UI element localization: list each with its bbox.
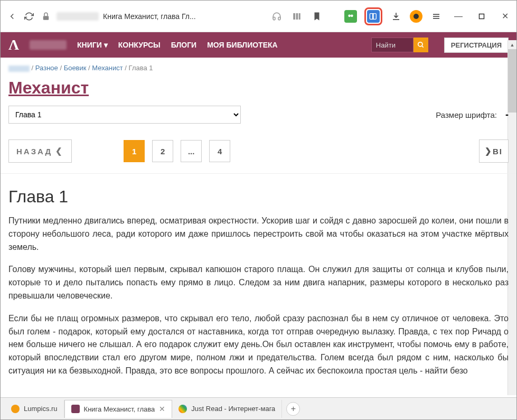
chevron-right-icon: ❯ — [485, 146, 493, 156]
page-title: Книга Механист, глава Гл... — [103, 12, 196, 21]
svg-rect-0 — [43, 16, 49, 20]
browser-tab[interactable]: Lumpics.ru — [5, 400, 64, 418]
tab-favicon-icon — [178, 405, 187, 413]
reload-button[interactable] — [23, 10, 35, 23]
caret-down-icon: ▾ — [104, 41, 108, 49]
minimize-button[interactable]: — — [452, 10, 465, 23]
svg-rect-3 — [299, 13, 300, 20]
extension-green-icon[interactable] — [344, 10, 357, 23]
tab-title: Just Read - Интернет-мага — [191, 405, 275, 413]
menu-icon[interactable] — [430, 10, 443, 23]
tab-title: Lumpics.ru — [24, 405, 58, 413]
search-button[interactable] — [413, 38, 428, 52]
extension-avatar-icon[interactable] — [410, 10, 422, 23]
svg-rect-9 — [480, 14, 484, 18]
register-button[interactable]: РЕГИСТРАЦИЯ — [444, 38, 509, 53]
breadcrumb-link[interactable]: Разное — [35, 64, 58, 72]
lock-icon — [40, 10, 52, 23]
svg-point-4 — [348, 14, 351, 17]
chapter-heading: Глава 1 — [1, 174, 516, 214]
columns-icon[interactable] — [290, 10, 303, 23]
site-logo-icon[interactable]: Λ — [8, 36, 19, 53]
toolbar-icons — [270, 7, 443, 25]
url-domain-blurred — [57, 12, 99, 21]
window-controls: — ✕ — [452, 10, 511, 23]
tab-close-icon[interactable]: ✕ — [159, 405, 165, 413]
highlighted-extension — [364, 7, 382, 25]
paragraph: Если бы не плащ огромных размеров, что с… — [1, 312, 516, 387]
paragraph: Голову мужчины, который шел первым, скры… — [1, 263, 516, 312]
page-button-ellipsis: ... — [181, 140, 202, 162]
headphones-icon[interactable] — [270, 10, 283, 23]
breadcrumb: / Разное / Боевик / Механист / Глава 1 — [1, 58, 516, 78]
page-button-4[interactable]: 4 — [209, 140, 230, 162]
tab-favicon-icon — [71, 405, 80, 413]
chapter-controls-row: Глава 1 Размер шрифта: - — [1, 106, 516, 134]
page-button-2[interactable]: 2 — [152, 140, 173, 162]
nav-library[interactable]: МОЯ БИБЛИОТЕКА — [207, 41, 277, 49]
breadcrumb-current: Глава 1 — [129, 64, 153, 72]
svg-line-11 — [422, 46, 424, 48]
breadcrumb-link[interactable]: Боевик — [64, 64, 87, 72]
search-box — [371, 38, 428, 52]
nav-contests[interactable]: КОНКУРСЫ — [118, 41, 161, 49]
page-content: / Разное / Боевик / Механист / Глава 1 М… — [1, 58, 516, 396]
back-button[interactable] — [6, 10, 18, 23]
nav-blogs[interactable]: БЛОГИ — [171, 41, 196, 49]
svg-rect-1 — [293, 13, 295, 20]
browser-tab[interactable]: Just Read - Интернет-мага — [172, 400, 282, 418]
svg-point-10 — [418, 42, 422, 46]
font-size-minus[interactable]: - — [505, 109, 509, 120]
download-icon[interactable] — [390, 10, 402, 23]
breadcrumb-root-blurred[interactable] — [8, 66, 30, 72]
nav-books[interactable]: КНИГИ ▾ — [77, 41, 108, 49]
svg-point-5 — [351, 14, 353, 17]
browser-tab-bar: Lumpics.ru Книга Механист, глава ✕ Just … — [1, 397, 516, 419]
book-title[interactable]: Механист — [1, 78, 516, 106]
scroll-up-arrow[interactable]: ▲ — [508, 40, 516, 49]
font-size-label: Размер шрифта: — [436, 110, 497, 119]
site-header: Λ КНИГИ ▾ КОНКУРСЫ БЛОГИ МОЯ БИБЛИОТЕКА … — [1, 32, 516, 58]
breadcrumb-link[interactable]: Механист — [92, 64, 123, 72]
next-chapter-button[interactable]: ❯ВІ — [479, 139, 509, 163]
maximize-button[interactable] — [475, 10, 488, 23]
chapter-select[interactable]: Глава 1 — [8, 106, 241, 124]
prev-chapter-button[interactable]: НАЗАД ❮ — [8, 139, 72, 163]
browser-chrome: Книга Механист, глава Гл... — ✕ — [1, 1, 516, 32]
search-input[interactable] — [371, 38, 413, 52]
browser-tab-active[interactable]: Книга Механист, глава ✕ — [64, 400, 173, 418]
page-button-1[interactable]: 1 — [124, 140, 145, 162]
tab-title: Книга Механист, глава — [84, 405, 155, 413]
chevron-left-icon: ❮ — [55, 146, 64, 156]
pager: 1 2 ... 4 — [124, 140, 230, 162]
new-tab-button[interactable]: + — [286, 402, 300, 416]
close-button[interactable]: ✕ — [499, 10, 511, 23]
address-bar[interactable]: Книга Механист, глава Гл... — [40, 10, 196, 23]
tab-favicon-icon — [11, 405, 20, 413]
reader-extension-icon[interactable] — [367, 10, 380, 23]
paragraph: Путники медленно двигались вперед, осмат… — [1, 214, 516, 263]
site-name-blurred — [30, 40, 67, 50]
svg-rect-2 — [296, 13, 298, 20]
pagination-row: НАЗАД ❮ 1 2 ... 4 ❯ВІ — [1, 134, 516, 174]
bookmark-icon[interactable] — [311, 10, 323, 23]
